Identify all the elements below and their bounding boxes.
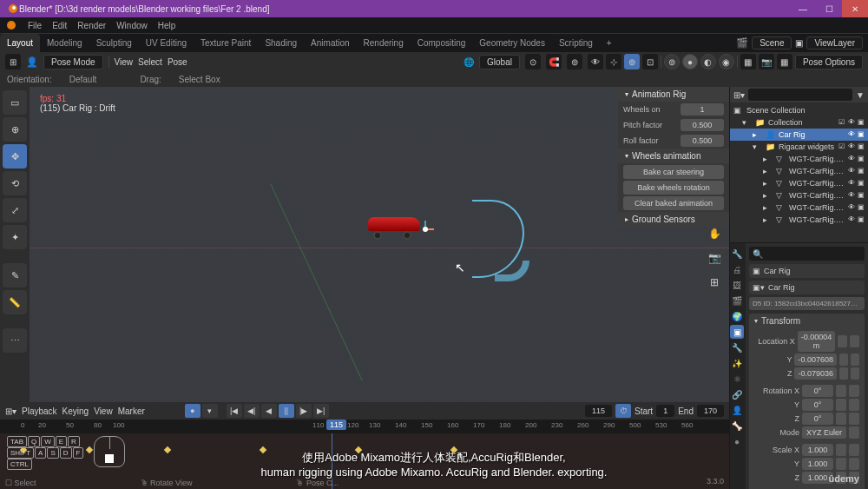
tool-scale[interactable]: ⤢ <box>3 198 27 222</box>
tool-annotate[interactable]: ✎ <box>3 263 27 287</box>
transform-orientation[interactable]: Global <box>479 55 520 69</box>
timeline-type-icon[interactable]: ⊞▾ <box>5 406 16 416</box>
orientation-value[interactable]: Default <box>62 74 104 85</box>
bake-wheels-rotation-button[interactable]: Bake wheels rotation <box>623 181 724 195</box>
camera-icon-btn[interactable]: 📷 <box>759 54 774 69</box>
nsection-animation-rig[interactable]: ▾Animation Rig <box>618 87 729 102</box>
proptab-particles[interactable]: ✨ <box>730 356 744 370</box>
tool-measure[interactable]: 📏 <box>3 290 27 314</box>
playhead-label[interactable]: 115 <box>326 420 346 430</box>
drag-value[interactable]: Select Box <box>172 74 227 85</box>
shading-material[interactable]: ◐ <box>700 54 716 69</box>
pose-options[interactable]: Pose Options <box>795 55 863 69</box>
mode-selector[interactable]: Pose Mode <box>43 55 103 69</box>
workspace-animation[interactable]: Animation <box>304 34 356 53</box>
key-icon[interactable] <box>850 335 859 347</box>
editor-type-icon[interactable]: ⊞ <box>5 54 21 69</box>
keyframe[interactable] <box>164 446 171 453</box>
workspace-compositing[interactable]: Compositing <box>411 34 473 53</box>
workspace-geonodes[interactable]: Geometry Nodes <box>472 34 552 53</box>
proptab-modifier[interactable]: 🔧 <box>730 340 744 354</box>
workspace-sculpting[interactable]: Sculpting <box>89 34 139 53</box>
outliner-item[interactable]: ▸▽WGT-CarRig.Root👁▣ <box>730 189 868 202</box>
tool-transform[interactable]: ✦ <box>3 225 27 249</box>
options-icon[interactable]: ▦ <box>777 54 792 69</box>
snap-icon[interactable]: 🧲 <box>546 54 562 69</box>
locz-value[interactable]: -0.079036 <box>794 367 837 380</box>
roty-value[interactable]: 0° <box>802 399 833 411</box>
gizmo-toggle[interactable]: ⊹ <box>606 54 621 69</box>
menu-render[interactable]: Render <box>72 21 111 30</box>
workspace-modeling[interactable]: Modeling <box>40 34 89 53</box>
proptab-world[interactable]: 🌍 <box>730 309 744 323</box>
menu-edit[interactable]: Edit <box>47 21 72 30</box>
perspective-icon[interactable]: ⊞ <box>705 273 724 292</box>
outliner-car-rig[interactable]: ▸👤 Car Rig 👁▣ <box>730 129 868 141</box>
close-button[interactable]: ✕ <box>842 0 868 17</box>
tool-select[interactable]: ▭ <box>3 90 27 115</box>
pitch-factor-value[interactable]: 0.500 <box>681 119 724 131</box>
tool-rotate[interactable]: ⟲ <box>3 171 27 195</box>
overlay-toggle[interactable]: ⊚ <box>624 54 640 69</box>
workspace-texturepaint[interactable]: Texture Paint <box>194 34 258 53</box>
pivot-icon[interactable]: ⊙ <box>525 54 541 69</box>
proptab-physics[interactable]: ⚛ <box>730 372 744 386</box>
pan-icon[interactable]: ✋ <box>705 224 724 243</box>
current-frame-input[interactable]: 115 <box>585 405 612 417</box>
proptab-render[interactable]: 🔧 <box>730 247 744 261</box>
proptab-scene[interactable]: 🎬 <box>730 294 744 307</box>
outliner-item[interactable]: ▸▽WGT-CarRig.Steering👁▣ <box>730 202 868 214</box>
autokey-button[interactable]: ● <box>185 404 201 418</box>
toolbar-view[interactable]: View <box>115 57 134 67</box>
xray-toggle[interactable]: ⊡ <box>642 54 658 69</box>
workspace-rendering[interactable]: Rendering <box>357 34 411 53</box>
outliner-item[interactable]: ▸▽WGT-CarRig.GroundSe👁▣ <box>730 165 868 177</box>
workspace-uvediting[interactable]: UV Editing <box>139 34 194 53</box>
shading-wireframe[interactable]: ⊚ <box>664 54 680 69</box>
outliner-item[interactable]: ▸▽WGT-CarRig.DriftHand👁▣ <box>730 153 868 165</box>
bake-car-steering-button[interactable]: Bake car steering <box>623 165 724 179</box>
minimize-button[interactable]: — <box>790 0 816 17</box>
locy-value[interactable]: -0.007608 <box>794 354 837 366</box>
proptab-material[interactable]: ● <box>730 434 744 448</box>
tl-marker[interactable]: Marker <box>118 406 145 416</box>
lock-icon[interactable] <box>838 335 847 347</box>
tl-keying[interactable]: Keying <box>62 406 89 416</box>
outliner-filter-icon[interactable]: ▼ <box>856 90 865 100</box>
outliner-search[interactable] <box>748 89 852 101</box>
outliner-rigacar-widgets[interactable]: ▾📁 Rigacar widgets ☑👁▣ <box>730 141 868 153</box>
autokey-mode[interactable]: ▾ <box>202 404 218 418</box>
toolbar-pose[interactable]: Pose <box>168 57 187 67</box>
shading-solid[interactable]: ● <box>682 54 698 69</box>
roll-factor-value[interactable]: 0.500 <box>681 135 724 147</box>
nsection-ground-sensors[interactable]: ▸Ground Sensors <box>618 212 729 227</box>
tool-move[interactable]: ✥ <box>3 144 27 169</box>
clear-baked-animation-button[interactable]: Clear baked animation <box>623 196 724 210</box>
proportional-icon[interactable]: ⊚ <box>567 54 582 69</box>
outliner-menu-icon[interactable]: ⊞▾ <box>733 90 745 100</box>
jump-end-button[interactable]: ▶| <box>313 404 329 418</box>
proptab-data[interactable]: 👤 <box>730 403 744 417</box>
outliner-collection[interactable]: ▾📁 Collection ☑👁▣ <box>730 116 868 129</box>
menu-help[interactable]: Help <box>153 21 181 30</box>
nsection-wheels-anim[interactable]: ▾Wheels animation <box>618 149 729 163</box>
toolbar-select[interactable]: Select <box>138 57 162 67</box>
transform-header[interactable]: ▾Transform <box>749 314 865 328</box>
data-breadcrumb[interactable]: ▣▾Car Rig <box>749 281 865 294</box>
pause-button[interactable]: || <box>279 404 294 418</box>
transform-gizmo[interactable] <box>417 221 434 238</box>
prev-keyframe-button[interactable]: ◀| <box>244 404 260 418</box>
maximize-button[interactable]: ☐ <box>816 0 842 17</box>
tool-extra[interactable]: ⋯ <box>3 328 27 353</box>
workspace-scripting[interactable]: Scripting <box>552 34 600 53</box>
tool-cursor[interactable]: ⊕ <box>3 117 27 142</box>
menu-file[interactable]: File <box>23 21 47 30</box>
preview-range-button[interactable]: ⏱ <box>615 404 631 418</box>
jump-start-button[interactable]: |◀ <box>227 404 242 418</box>
outliner-item[interactable]: ▸▽WGT-CarRig.GroundSe👁▣ <box>730 177 868 189</box>
workspace-shading[interactable]: Shading <box>258 34 304 53</box>
locx-value[interactable]: -0.00004 m <box>798 331 836 352</box>
proptab-bone[interactable]: 🦴 <box>730 419 744 433</box>
btn1[interactable]: 👁 <box>588 54 603 69</box>
car-model[interactable] <box>368 217 429 236</box>
